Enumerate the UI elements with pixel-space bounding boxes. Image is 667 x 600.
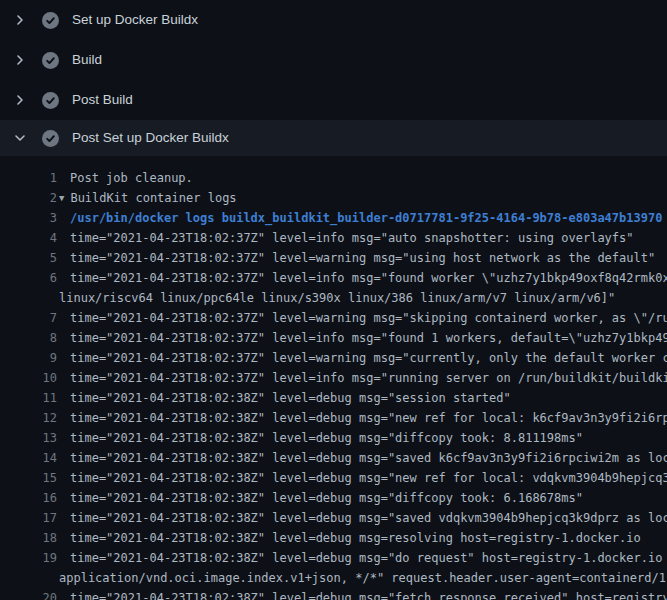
log-line-text: ▼Post job cleanup.	[57, 168, 667, 188]
log-line: 3 ▼/usr/bin/docker logs buildx_buildkit_…	[0, 208, 667, 228]
line-number-link[interactable]: 6	[0, 268, 57, 288]
log-line-text: ▼time="2021-04-23T18:02:38Z" level=debug…	[57, 508, 667, 528]
triangle-down-icon[interactable]: ▼	[59, 193, 64, 203]
chevron-right-icon	[12, 52, 28, 68]
log-line-text: ▼time="2021-04-23T18:02:37Z" level=info …	[57, 228, 667, 248]
log-line-text: ▼time="2021-04-23T18:02:38Z" level=debug…	[57, 388, 667, 408]
line-number-link[interactable]: 9	[0, 348, 57, 368]
log-line: 11 ▼time="2021-04-23T18:02:38Z" level=de…	[0, 388, 667, 408]
log-line-text: ▼time="2021-04-23T18:02:38Z" level=debug…	[57, 408, 667, 428]
check-circle-icon	[42, 130, 59, 147]
log-line-text: ▼time="2021-04-23T18:02:37Z" level=info …	[57, 268, 667, 288]
log-line: 12 ▼time="2021-04-23T18:02:38Z" level=de…	[0, 408, 667, 428]
line-number-link[interactable]	[0, 568, 57, 588]
step-header-3[interactable]: Post Set up Docker Buildx	[0, 120, 667, 156]
log-line: 17 ▼time="2021-04-23T18:02:38Z" level=de…	[0, 508, 667, 528]
line-number-link[interactable]	[0, 288, 57, 308]
log-line: 10 ▼time="2021-04-23T18:02:37Z" level=in…	[0, 368, 667, 388]
log-line-text: ▼linux/riscv64 linux/ppc64le linux/s390x…	[57, 288, 667, 308]
log-line: 14 ▼time="2021-04-23T18:02:38Z" level=de…	[0, 448, 667, 468]
line-number-link[interactable]: 2	[0, 188, 57, 208]
check-circle-icon	[42, 92, 59, 109]
log-viewer: 1 ▼Post job cleanup. 2 ▼BuildKit contain…	[0, 156, 667, 600]
chevron-down-icon	[12, 130, 28, 146]
line-number-link[interactable]: 14	[0, 448, 57, 468]
log-line: 13 ▼time="2021-04-23T18:02:38Z" level=de…	[0, 428, 667, 448]
log-line: 9 ▼time="2021-04-23T18:02:37Z" level=war…	[0, 348, 667, 368]
step-title: Set up Docker Buildx	[72, 12, 198, 28]
line-number-link[interactable]: 5	[0, 248, 57, 268]
line-number-link[interactable]: 7	[0, 308, 57, 328]
log-line-text: ▼time="2021-04-23T18:02:38Z" level=debug…	[57, 548, 667, 568]
log-line-text: ▼time="2021-04-23T18:02:37Z" level=info …	[57, 368, 667, 388]
line-number-link[interactable]: 1	[0, 168, 57, 188]
step-title: Post Build	[72, 92, 133, 108]
line-number-link[interactable]: 10	[0, 368, 57, 388]
check-circle-icon	[42, 12, 59, 29]
line-number-link[interactable]: 11	[0, 388, 57, 408]
line-number-link[interactable]: 12	[0, 408, 57, 428]
step-header-1[interactable]: Build	[0, 40, 667, 80]
step-header-0[interactable]: Set up Docker Buildx	[0, 0, 667, 40]
log-line-text: ▼time="2021-04-23T18:02:38Z" level=debug…	[57, 588, 667, 600]
log-line-text: ▼/usr/bin/docker logs buildx_buildkit_bu…	[57, 208, 667, 228]
log-line-text: ▼time="2021-04-23T18:02:38Z" level=debug…	[57, 488, 667, 508]
log-line-text: ▼time="2021-04-23T18:02:37Z" level=warni…	[57, 248, 667, 268]
log-line: 8 ▼time="2021-04-23T18:02:37Z" level=inf…	[0, 328, 667, 348]
log-line: 2 ▼BuildKit container logs	[0, 188, 667, 208]
log-line-text: ▼time="2021-04-23T18:02:37Z" level=warni…	[57, 348, 667, 368]
log-line: 15 ▼time="2021-04-23T18:02:38Z" level=de…	[0, 468, 667, 488]
log-line: 5 ▼time="2021-04-23T18:02:37Z" level=war…	[0, 248, 667, 268]
log-line: ▼application/vnd.oci.image.index.v1+json…	[0, 568, 667, 588]
chevron-right-icon	[12, 92, 28, 108]
line-number-link[interactable]: 15	[0, 468, 57, 488]
line-number-link[interactable]: 18	[0, 528, 57, 548]
log-line: 7 ▼time="2021-04-23T18:02:37Z" level=war…	[0, 308, 667, 328]
step-list: Set up Docker Buildx Build	[0, 0, 667, 156]
log-line-text: ▼time="2021-04-23T18:02:38Z" level=debug…	[57, 428, 667, 448]
log-line: 19 ▼time="2021-04-23T18:02:38Z" level=de…	[0, 548, 667, 568]
line-number-link[interactable]: 17	[0, 508, 57, 528]
log-line: 18 ▼time="2021-04-23T18:02:38Z" level=de…	[0, 528, 667, 548]
line-number-link[interactable]: 20	[0, 588, 57, 600]
log-line: 20 ▼time="2021-04-23T18:02:38Z" level=de…	[0, 588, 667, 600]
log-line-text: ▼BuildKit container logs	[57, 188, 667, 208]
log-line: ▼linux/riscv64 linux/ppc64le linux/s390x…	[0, 288, 667, 308]
step-title: Build	[72, 52, 102, 68]
chevron-right-icon	[12, 12, 28, 28]
log-line-text: ▼time="2021-04-23T18:02:37Z" level=warni…	[57, 308, 667, 328]
log-line: 4 ▼time="2021-04-23T18:02:37Z" level=inf…	[0, 228, 667, 248]
log-line: 1 ▼Post job cleanup.	[0, 168, 667, 188]
log-line: 16 ▼time="2021-04-23T18:02:38Z" level=de…	[0, 488, 667, 508]
log-line: 6 ▼time="2021-04-23T18:02:37Z" level=inf…	[0, 268, 667, 288]
step-title: Post Set up Docker Buildx	[72, 130, 229, 146]
log-line-text: ▼time="2021-04-23T18:02:37Z" level=info …	[57, 328, 667, 348]
log-line-text: ▼time="2021-04-23T18:02:38Z" level=debug…	[57, 448, 667, 468]
log-line-text: ▼time="2021-04-23T18:02:38Z" level=debug…	[57, 528, 667, 548]
log-line-text: ▼time="2021-04-23T18:02:38Z" level=debug…	[57, 468, 667, 488]
line-number-link[interactable]: 8	[0, 328, 57, 348]
step-header-2[interactable]: Post Build	[0, 80, 667, 120]
line-number-link[interactable]: 4	[0, 228, 57, 248]
line-number-link[interactable]: 16	[0, 488, 57, 508]
check-circle-icon	[42, 52, 59, 69]
line-number-link[interactable]: 19	[0, 548, 57, 568]
log-line-text: ▼application/vnd.oci.image.index.v1+json…	[57, 568, 667, 588]
line-number-link[interactable]: 3	[0, 208, 57, 228]
line-number-link[interactable]: 13	[0, 428, 57, 448]
